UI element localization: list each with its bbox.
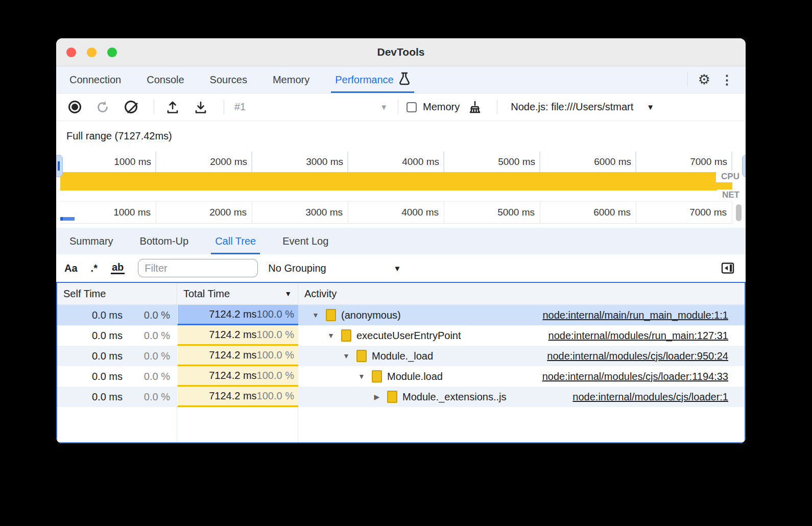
activity-name: (anonymous) [341, 309, 401, 321]
horizontal-scroll-indicator[interactable] [60, 217, 75, 221]
upload-profile-button[interactable] [162, 97, 183, 117]
filter-toolbar: Aa .* ab No Grouping ▼ [56, 254, 746, 282]
event-color-swatch [387, 391, 397, 403]
total-pct: 100.0 % [257, 329, 294, 341]
chevron-down-icon: ▼ [647, 103, 654, 111]
match-whole-word-icon[interactable]: ab [111, 262, 125, 274]
tab-label: Event Log [282, 235, 328, 247]
total-ms: 7124.2 ms [209, 349, 256, 361]
self-pct: 0.0 % [123, 391, 177, 403]
net-label: NET [717, 189, 741, 201]
reload-and-record-button[interactable] [92, 97, 113, 117]
tab-sources[interactable]: Sources [209, 66, 248, 93]
regex-icon[interactable]: .* [91, 262, 98, 274]
table-empty-area [57, 407, 745, 442]
match-case-icon[interactable]: Aa [64, 262, 78, 274]
self-time-cell: 0.0 ms0.0 % [57, 346, 177, 366]
source-link[interactable]: node:internal/modules/cjs/loader:1194:33 [542, 371, 745, 382]
cpu-activity-bar[interactable]: CPU [60, 172, 732, 190]
grouping-select[interactable]: No Grouping ▼ [268, 262, 401, 274]
tab-label: Bottom-Up [140, 235, 189, 247]
download-profile-button[interactable] [190, 97, 211, 117]
total-time-cell: 7124.2 ms100.0 % [177, 366, 298, 387]
tab-console[interactable]: Console [146, 66, 185, 93]
devtools-window: DevTools Connection Console Sources Memo… [56, 38, 746, 443]
divider [154, 100, 154, 114]
table-row[interactable]: 0.0 ms0.0 % 7124.2 ms100.0 % ▼ executeUs… [57, 325, 745, 346]
source-link[interactable]: node:internal/modules/run_main:127:31 [548, 330, 745, 342]
tick-label: 2000 ms [209, 207, 247, 218]
self-pct: 0.0 % [123, 350, 177, 362]
tick: 7000 ms [636, 202, 732, 223]
tab-memory[interactable]: Memory [272, 66, 311, 93]
tick-label: 3000 ms [305, 207, 343, 218]
tick: 1000 ms [60, 202, 156, 223]
memory-checkbox[interactable] [407, 102, 417, 112]
tab-summary[interactable]: Summary [67, 228, 115, 254]
self-ms: 0.0 ms [57, 391, 123, 403]
tick: 2000 ms [156, 202, 252, 223]
tab-label: Summary [69, 235, 113, 247]
column-header-total-time[interactable]: Total Time ▼ [177, 283, 298, 304]
activity-name: executeUserEntryPoint [356, 330, 461, 342]
profile-history-select[interactable]: #1 ▼ [234, 101, 388, 113]
tick: 2000 ms [156, 152, 252, 172]
record-button[interactable] [64, 97, 85, 117]
tree-expander-icon[interactable]: ▶ [372, 393, 382, 401]
tree-expander-icon[interactable]: ▼ [326, 331, 336, 340]
table-row[interactable]: 0.0 ms0.0 % 7124.2 ms100.0 % ▼ (anonymou… [57, 305, 745, 325]
tab-label: Sources [210, 74, 247, 86]
tree-expander-icon[interactable]: ▼ [341, 352, 351, 360]
vertical-scrollbar-thumb[interactable] [736, 204, 742, 221]
activity-cell: ▼ Module.load node:internal/modules/cjs/… [298, 366, 745, 387]
table-row[interactable]: 0.0 ms0.0 % 7124.2 ms100.0 % ▼ Module._l… [57, 346, 745, 366]
range-grip-left[interactable] [56, 155, 63, 177]
tab-connection[interactable]: Connection [68, 66, 122, 93]
filter-input[interactable] [138, 259, 258, 277]
column-header-self-time[interactable]: Self Time [57, 283, 177, 304]
table-row[interactable]: 0.0 ms0.0 % 7124.2 ms100.0 % ▶ Module._e… [57, 387, 745, 407]
javascript-vm-instance-select[interactable]: Node.js: file:///Users/stmart ▼ [511, 101, 654, 113]
source-link[interactable]: node:internal/main/run_main_module:1:1 [542, 309, 745, 321]
minimize-window-button[interactable] [87, 47, 97, 57]
close-window-button[interactable] [66, 47, 76, 57]
table-row[interactable]: 0.0 ms0.0 % 7124.2 ms100.0 % ▼ Module.lo… [57, 366, 745, 387]
clear-recording-button[interactable] [121, 97, 141, 117]
tick: 5000 ms [444, 152, 540, 172]
self-pct: 0.0 % [123, 371, 177, 382]
divider [398, 100, 398, 114]
call-tree-table: Self Time Total Time ▼ Activity 0.0 ms0.… [56, 282, 746, 443]
source-link[interactable]: node:internal/modules/cjs/loader:950:24 [547, 350, 745, 362]
activity-cell: ▼ (anonymous) node:internal/main/run_mai… [298, 305, 745, 325]
tick: 3000 ms [252, 152, 348, 172]
zoom-window-button[interactable] [107, 47, 117, 57]
activity-name: Module._load [372, 350, 433, 362]
total-time-cell: 7124.2 ms100.0 % [177, 305, 298, 325]
event-color-swatch [341, 329, 351, 342]
tree-expander-icon[interactable]: ▼ [311, 311, 321, 319]
show-sidebar-button[interactable] [721, 261, 737, 275]
memory-checkbox-label: Memory [423, 101, 460, 113]
settings-gear-icon[interactable]: ⚙ [693, 71, 715, 88]
more-options-icon[interactable]: ⋮ [715, 73, 738, 87]
column-header-activity[interactable]: Activity [298, 283, 745, 304]
activity-name: Module._extensions..js [402, 391, 506, 403]
source-link[interactable]: node:internal/modules/cjs/loader:1 [572, 391, 745, 403]
tick-label: 5000 ms [497, 207, 535, 218]
tick: 6000 ms [540, 202, 636, 223]
tab-call-tree[interactable]: Call Tree [213, 228, 258, 254]
chevron-down-icon: ▼ [380, 103, 388, 111]
collect-garbage-icon[interactable] [465, 97, 485, 117]
total-ms: 7124.2 ms [209, 308, 256, 320]
tree-expander-icon[interactable]: ▼ [356, 372, 367, 380]
net-activity-row: NET [60, 190, 732, 201]
tick: 7000 ms [636, 152, 732, 172]
tick: 5000 ms [444, 202, 540, 223]
tab-bottom-up[interactable]: Bottom-Up [138, 228, 191, 254]
activity-cell: ▼ Module._load node:internal/modules/cjs… [298, 346, 745, 366]
tick-label: 6000 ms [594, 156, 631, 168]
tab-performance[interactable]: Performance [334, 66, 411, 93]
tab-event-log[interactable]: Event Log [280, 228, 330, 254]
range-grip-right[interactable] [742, 155, 746, 177]
total-ms: 7124.2 ms [209, 329, 256, 341]
